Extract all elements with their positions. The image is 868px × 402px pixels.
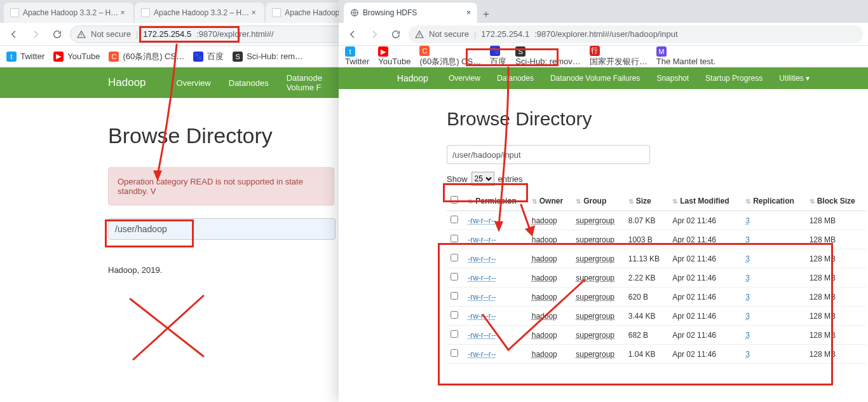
close-icon[interactable]: × <box>118 8 127 17</box>
overlay-new-tab[interactable]: ＋ <box>477 5 495 23</box>
nav-datanode-volume-failures[interactable]: Datanode Volume F <box>287 73 322 92</box>
row-checkbox[interactable] <box>451 273 458 281</box>
permission-link[interactable]: -rw-r--r-- <box>468 350 496 359</box>
col-owner[interactable]: ⇅Owner <box>528 191 573 211</box>
col-replication[interactable]: ⇅Replication <box>742 191 806 211</box>
nav-datanode-volume-failures[interactable]: Datanode Volume Failures <box>550 74 640 83</box>
blocksize-value: 128 MB <box>806 249 866 268</box>
nav-snapshot[interactable]: Snapshot <box>656 74 689 83</box>
replication-link[interactable]: 3 <box>745 254 750 263</box>
permission-link[interactable]: -rw-r--r-- <box>468 254 496 263</box>
hadoop-favicon <box>141 8 150 17</box>
forward-button[interactable] <box>27 25 44 43</box>
back-button[interactable] <box>344 25 362 43</box>
globe-favicon <box>350 8 359 17</box>
modified-value: Apr 02 11:46 <box>668 288 742 307</box>
permission-link[interactable]: -rw-r--r-- <box>468 274 496 282</box>
overlay-tab[interactable]: Browsing HDFS × <box>344 3 477 23</box>
col-blocksize[interactable]: ⇅Block Size <box>806 191 866 211</box>
sort-icon: ⇅ <box>532 198 537 205</box>
close-icon[interactable]: × <box>249 8 258 17</box>
permission-link[interactable]: -rw-r--r-- <box>468 312 496 321</box>
forward-button[interactable] <box>365 25 383 43</box>
back-button[interactable] <box>5 25 23 43</box>
col-permission[interactable]: ⇅Permission <box>464 191 528 211</box>
svg-point-2 <box>81 36 81 36</box>
row-checkbox[interactable] <box>451 311 458 319</box>
owner-value: hadoop <box>532 254 557 263</box>
sort-icon: ⇅ <box>672 198 677 205</box>
permission-link[interactable]: -rw-r--r-- <box>468 293 496 302</box>
footer: Hadoop, 2019. <box>108 265 339 275</box>
hadoop-favicon <box>10 8 19 17</box>
bookmark-baidu[interactable]: 🐾百度 <box>193 51 224 62</box>
row-checkbox[interactable] <box>451 330 458 338</box>
nav-startup-progress[interactable]: Startup Progress <box>705 74 763 83</box>
bookmark-bank[interactable]: 行国家开发银行… <box>590 46 648 67</box>
nav-overview[interactable]: Overview <box>177 78 211 88</box>
modified-value: Apr 02 11:46 <box>668 307 742 326</box>
replication-link[interactable]: 3 <box>745 235 750 244</box>
nav-utilities[interactable]: Utilities ▾ <box>779 74 810 83</box>
close-icon[interactable]: × <box>466 8 471 17</box>
overlay-tab-strip: Browsing HDFS × ＋ <box>339 0 868 23</box>
nav-datanodes[interactable]: Datanodes <box>229 78 269 88</box>
replication-link[interactable]: 3 <box>745 350 750 359</box>
bookmark-mantel[interactable]: MThe Mantel test. <box>656 46 715 66</box>
permission-link[interactable]: -rw-r--r-- <box>468 235 496 244</box>
row-checkbox[interactable] <box>451 216 458 223</box>
bookmark-csdn[interactable]: C(60条消息) CS… <box>109 51 184 62</box>
row-checkbox[interactable] <box>451 292 458 300</box>
replication-link[interactable]: 3 <box>745 331 750 340</box>
path-input[interactable] <box>108 218 336 240</box>
browser-tab[interactable]: Apache Hadoop 3.3.2 – H… × <box>4 3 133 23</box>
row-checkbox[interactable] <box>451 254 458 261</box>
replication-link[interactable]: 3 <box>745 293 750 302</box>
owner-value: hadoop <box>532 331 557 340</box>
hadoop-brand[interactable]: Hadoop <box>397 73 428 83</box>
bookmark-twitter[interactable]: tTwitter <box>6 52 44 62</box>
reload-button[interactable] <box>387 25 405 43</box>
bookmark-twitter[interactable]: tTwitter <box>345 46 369 66</box>
hadoop-brand[interactable]: Hadoop <box>108 76 146 89</box>
reload-button[interactable] <box>48 25 66 43</box>
path-input[interactable] <box>447 145 650 164</box>
overlay-tab-title: Browsing HDFS <box>363 8 417 17</box>
select-all-checkbox[interactable] <box>451 196 458 204</box>
bookmark-youtube[interactable]: ▶YouTube <box>53 52 100 62</box>
col-modified[interactable]: ⇅Last Modified <box>668 191 742 211</box>
replication-link[interactable]: 3 <box>745 274 750 282</box>
not-secure-label: Not secure <box>429 29 469 39</box>
bookmark-csdn[interactable]: C(60条消息) CS… <box>419 46 481 67</box>
permission-link[interactable]: -rw-r--r-- <box>468 331 496 340</box>
col-group[interactable]: ⇅Group <box>572 191 624 211</box>
hadoop-favicon <box>272 8 281 17</box>
overlay-omnibox[interactable]: Not secure | 172.25.254.1:9870/explorer.… <box>409 25 863 43</box>
nav-overview[interactable]: Overview <box>449 74 480 83</box>
replication-link[interactable]: 3 <box>745 312 750 321</box>
modified-value: Apr 02 11:46 <box>668 326 742 345</box>
bookmark-scihub[interactable]: SSci-Hub: rem… <box>233 52 303 62</box>
nav-datanodes[interactable]: Datanodes <box>497 74 534 83</box>
entries-select[interactable]: 25 <box>471 172 494 186</box>
tab-title: Apache Hadoop 3.3.2 – H… <box>154 8 249 17</box>
col-checkbox[interactable] <box>447 191 464 211</box>
group-value: supergroup <box>576 235 614 244</box>
sort-icon: ⇅ <box>468 198 473 205</box>
table-row: -rw-r--r--hadoopsupergroup1003 BApr 02 1… <box>447 230 866 249</box>
warning-icon <box>415 30 424 39</box>
row-checkbox[interactable] <box>451 349 458 357</box>
error-alert: Operation category READ is not supported… <box>108 167 334 205</box>
browser-tab[interactable]: Apache Hadoop 3.3.2 – H… × <box>135 3 264 23</box>
bookmark-youtube[interactable]: ▶YouTube <box>378 46 410 66</box>
permission-link[interactable]: -rw-r--r-- <box>468 216 496 225</box>
owner-value: hadoop <box>532 350 557 359</box>
bookmark-baidu[interactable]: 🐾百度 <box>490 46 506 67</box>
bookmark-scihub[interactable]: SSci-Hub: remov… <box>515 46 581 66</box>
standby-page: Hadoop Overview Datanodes Datanode Volum… <box>0 67 339 402</box>
replication-link[interactable]: 3 <box>745 216 750 225</box>
col-size[interactable]: ⇅Size <box>625 191 669 211</box>
csdn-icon: C <box>419 46 430 56</box>
url-path: :9870/explorer.html#/ <box>196 29 273 39</box>
row-checkbox[interactable] <box>451 235 458 242</box>
